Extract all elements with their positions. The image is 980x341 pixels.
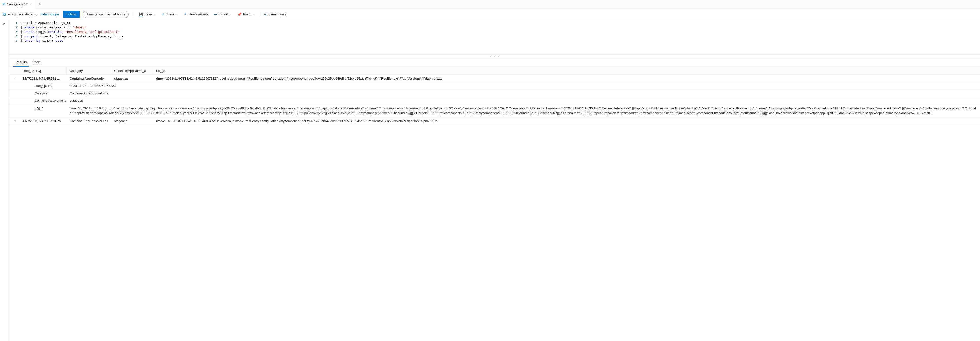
cell-app: stageapp (111, 117, 153, 125)
cell-category: ContainerAppConsoleLogs (67, 75, 111, 82)
new-alert-label: New alert rule (188, 12, 208, 16)
share-label: Share (166, 12, 174, 16)
share-icon: ↗ (161, 12, 164, 16)
editor-line: 1 ContainerAppConsoleLogs_CL (9, 21, 980, 25)
time-range-label: Time range : (87, 12, 105, 16)
format-icon: ≡ (264, 12, 266, 16)
code-line: ContainerAppConsoleLogs_CL (21, 21, 71, 25)
format-label: Format query (267, 12, 286, 16)
export-button[interactable]: ↦ Export ⌄ (212, 11, 234, 18)
detail-key: time_t [UTC] (20, 82, 67, 89)
query-tab-title: New Query 1* (7, 2, 27, 6)
time-range-value: Last 24 hours (105, 12, 125, 16)
code-line: | where ContainerName_s == "daprd" (21, 25, 86, 30)
share-button[interactable]: ↗ Share ⌄ (159, 11, 180, 18)
chevron-down-icon: ⌄ (153, 13, 155, 16)
cell-category: ContainerAppConsoleLogs (67, 117, 111, 125)
code-line: | project time_t, Category, ContainerApp… (21, 34, 123, 38)
cell-time: 11/7/2023, 6:41:00.718 PM (20, 117, 67, 125)
col-header-category[interactable]: Category (67, 67, 111, 75)
line-number: 3 (9, 30, 21, 34)
resize-handle[interactable]: . . . (9, 54, 980, 58)
query-tab-icon: ⧉ (3, 2, 5, 6)
editor-line: 2 | where ContainerName_s == "daprd" (9, 25, 980, 30)
code-line: | where Log_s contains "Resiliency confi… (21, 30, 119, 34)
detail-row: Category ContainerAppConsoleLogs (9, 90, 980, 97)
col-header-log[interactable]: Log_s (153, 67, 980, 75)
detail-row: Log_s time="2023-11-07T18:41:45.51159071… (9, 105, 980, 117)
plus-icon: ＋ (183, 12, 187, 17)
detail-row: ContainerAppName_s stageapp (9, 97, 980, 105)
pin-button[interactable]: 📌 Pin to ⌄ (235, 11, 257, 18)
detail-row: time_t [UTC] 2023-11-07T18:41:45.5116722… (9, 82, 980, 90)
sidebar-collapsed: ≫ (0, 20, 9, 341)
pin-icon: 📌 (237, 12, 242, 16)
add-tab-button[interactable]: ＋ (35, 2, 44, 7)
workspace-name[interactable]: workspace-stageg... (8, 12, 37, 16)
table-row[interactable]: ⌄ 11/7/2023, 6:41:45.511 ... ContainerAp… (9, 75, 980, 82)
cell-log: time="2023-11-07T18:41:00.718468847Z" le… (153, 117, 980, 125)
tab-results[interactable]: Results (13, 58, 29, 67)
detail-value: 2023-11-07T18:41:45.5116722Z (67, 82, 980, 89)
tab-strip: ⧉ New Query 1* ✕ ＋ (0, 0, 980, 9)
detail-value: ContainerAppConsoleLogs (67, 90, 980, 97)
resize-dots: . . . (489, 54, 499, 58)
line-number: 4 (9, 34, 21, 38)
editor-line: 4 | project time_t, Category, ContainerA… (9, 34, 980, 38)
workspace-icon: ⧉ (3, 12, 6, 17)
separator (259, 12, 259, 17)
detail-key: Log_s (20, 105, 67, 117)
time-range-picker[interactable]: Time range : Last 24 hours (83, 11, 129, 18)
tab-chart[interactable]: Chart (29, 58, 43, 67)
format-query-button[interactable]: ≡ Format query (261, 11, 289, 18)
cell-log: time="2023-11-07T18:41:45.511590713Z" le… (153, 75, 980, 82)
export-label: Export (219, 12, 228, 16)
export-icon: ↦ (214, 12, 217, 16)
main: 1 ContainerAppConsoleLogs_CL 2 | where C… (9, 20, 980, 341)
pin-label: Pin to (243, 12, 251, 16)
line-number: 1 (9, 21, 21, 25)
detail-key: Category (20, 90, 67, 97)
toolbar: ⧉ workspace-stageg... Select scope ▷ Run… (0, 9, 980, 20)
results-area: Results Chart time_t [UTC] Category Cont… (9, 58, 980, 341)
body: ≫ 1 ContainerAppConsoleLogs_CL 2 | where… (0, 20, 980, 341)
play-icon: ▷ (67, 13, 69, 16)
grid-header: time_t [UTC] Category ContainerAppName_s… (9, 67, 980, 75)
save-icon: 💾 (139, 12, 143, 16)
query-editor[interactable]: 1 ContainerAppConsoleLogs_CL 2 | where C… (9, 20, 980, 58)
close-tab-icon[interactable]: ✕ (29, 2, 32, 6)
editor-line: 5 | order by time_t desc (9, 38, 980, 43)
col-header-time[interactable]: time_t [UTC] (20, 67, 67, 75)
table-row[interactable]: › 11/7/2023, 6:41:00.718 PM ContainerApp… (9, 117, 980, 125)
collapse-icon[interactable]: ⌄ (9, 75, 20, 82)
expand-sidebar-icon[interactable]: ≫ (3, 22, 6, 341)
chevron-down-icon: ⌄ (229, 13, 231, 16)
new-alert-button[interactable]: ＋ New alert rule (181, 11, 211, 18)
line-number: 2 (9, 25, 21, 30)
run-label: Run (70, 12, 76, 16)
run-button[interactable]: ▷ Run (63, 11, 80, 18)
result-tabs: Results Chart (9, 58, 980, 67)
detail-key: ContainerAppName_s (20, 97, 67, 104)
col-header-app[interactable]: ContainerAppName_s (111, 67, 153, 75)
editor-line: 3 | where Log_s contains "Resiliency con… (9, 30, 980, 34)
line-number: 5 (9, 38, 21, 43)
code-line: | order by time_t desc (21, 38, 63, 43)
save-button[interactable]: 💾 Save ⌄ (136, 11, 158, 18)
cell-time: 11/7/2023, 6:41:45.511 ... (20, 75, 67, 82)
query-tab[interactable]: ⧉ New Query 1* ✕ (0, 0, 35, 9)
save-label: Save (145, 12, 152, 16)
select-scope-link[interactable]: Select scope (40, 12, 59, 16)
detail-value: stageapp (67, 97, 980, 104)
expand-icon[interactable]: › (9, 117, 20, 125)
cell-app: stageapp (111, 75, 153, 82)
chevron-down-icon: ⌄ (253, 13, 255, 16)
col-expander (9, 67, 20, 75)
chevron-down-icon: ⌄ (176, 13, 178, 16)
detail-value: time="2023-11-07T18:41:45.511590713Z" le… (67, 105, 980, 117)
